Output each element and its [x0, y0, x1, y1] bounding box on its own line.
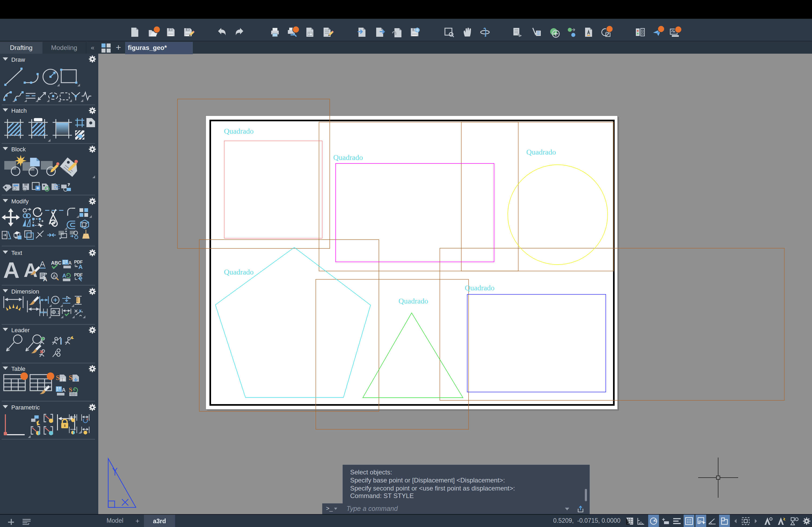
svg-text:A: A — [68, 260, 72, 266]
svg-text:S: S — [69, 386, 72, 393]
svg-text:x: x — [79, 308, 82, 313]
svg-text:A: A — [62, 387, 66, 393]
svg-text:Quadrado: Quadrado — [465, 284, 494, 292]
svg-text:A: A — [78, 264, 83, 270]
svg-text:PDF: PDF — [74, 273, 83, 277]
svg-text:S: S — [56, 374, 60, 381]
svg-text:Quadrado: Quadrado — [398, 297, 428, 305]
svg-text:Quadrado: Quadrado — [224, 268, 253, 276]
svg-text:A: A — [40, 259, 45, 268]
svg-text:A: A — [53, 274, 56, 279]
svg-text:Quadrado: Quadrado — [526, 148, 556, 156]
svg-text:A: A — [43, 276, 47, 283]
svg-text:ABC: ABC — [51, 260, 61, 266]
svg-text:S: S — [69, 374, 73, 381]
svg-text:A: A — [62, 273, 66, 278]
svg-text:Quadrado: Quadrado — [224, 127, 253, 135]
svg-text:A: A — [3, 258, 19, 283]
svg-text:Quadrado: Quadrado — [333, 153, 363, 162]
svg-text:.1: .1 — [56, 310, 60, 315]
